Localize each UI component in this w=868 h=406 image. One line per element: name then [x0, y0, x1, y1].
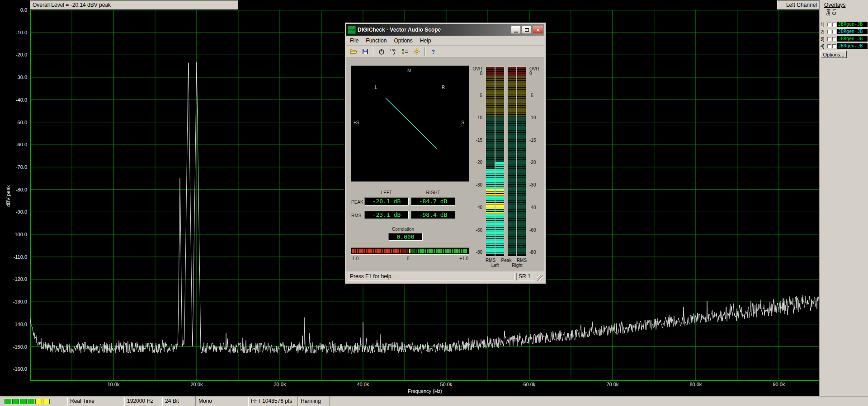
open-file-button[interactable]: [348, 47, 359, 56]
meter-led-segment: [486, 106, 495, 107]
menu-options[interactable]: Options: [390, 37, 416, 45]
meter-led-segment: [495, 205, 504, 207]
meter-scale-label: -20: [476, 160, 482, 165]
meter-led-segment: [517, 70, 526, 71]
meter-led-segment: [495, 232, 504, 234]
meter-led-segment: [508, 185, 516, 187]
options-button[interactable]: Options...: [821, 51, 847, 58]
meter-led-segment: [517, 232, 526, 234]
correlation-segment: [400, 249, 401, 253]
meter-led-segment: [495, 117, 504, 119]
meter-setup-button[interactable]: [400, 47, 410, 56]
meter-led-segment: [508, 221, 516, 223]
scope-label-plus-s: +S: [354, 120, 359, 125]
meter-led-segment: [508, 155, 516, 157]
overlay-index: 4]: [821, 44, 826, 49]
meter-led-segment: [517, 194, 526, 196]
meter-led-segment: [486, 194, 495, 196]
meter-led-segment: [486, 70, 495, 71]
meter-led-segment: [495, 90, 504, 92]
y-tick-label: -80.0: [0, 187, 27, 192]
meter-led-segment: [508, 85, 516, 87]
window-titlebar[interactable]: DSP DIGICheck - Vector Audio Scope ×: [346, 24, 544, 36]
x-tick-label: 50.0k: [435, 382, 457, 387]
brightness-button[interactable]: [411, 47, 422, 56]
correlation-segment: [393, 249, 395, 253]
digicheck-window[interactable]: DSP DIGICheck - Vector Audio Scope × Fil…: [344, 22, 546, 284]
menu-function[interactable]: Function: [362, 37, 390, 45]
peak-left-readout: -20.1 dB: [364, 197, 409, 205]
meter-led-segment: [486, 223, 495, 225]
level-meter-peak-left: [495, 67, 504, 256]
meter-led-segment: [486, 81, 495, 83]
meter-led-segment: [517, 72, 526, 74]
correlation-segment: [386, 249, 388, 253]
meter-led-segment: [495, 194, 504, 196]
status-section: 24 Bit: [162, 397, 195, 406]
meter-led-segment: [517, 142, 526, 144]
meter-led-segment: [517, 182, 526, 184]
overlay-set-checkbox[interactable]: [827, 37, 831, 41]
menu-bar: File Function Options Help: [346, 36, 544, 46]
help-button[interactable]: ?: [428, 47, 439, 56]
correlation-segment: [397, 249, 399, 253]
x-tick-label: 90.0k: [768, 382, 790, 387]
y-tick-label: -130.0: [0, 299, 27, 304]
menu-help[interactable]: Help: [416, 37, 435, 45]
meter-led-segment: [495, 169, 504, 171]
meter-led-segment: [495, 92, 504, 94]
correlation-segment: [456, 249, 458, 253]
correlation-segment: [413, 249, 415, 253]
meter-led-segment: [486, 187, 495, 189]
overlay-row: 3]JBRgen-JB: [821, 35, 868, 42]
correlation-segment: [422, 249, 424, 253]
meter-led-segment: [495, 101, 504, 103]
meter-label-rms-right: RMS: [516, 258, 528, 263]
meter-led-segment: [508, 153, 516, 155]
overlay-row: 4]JBRgen-JB: [821, 42, 868, 50]
status-section: Mono: [195, 397, 248, 406]
overlay-on-checkbox[interactable]: [832, 37, 836, 41]
overlays-title: Overlays: [824, 2, 845, 8]
meter-led-segment: [508, 103, 516, 105]
meter-led-segment: [495, 160, 504, 162]
resize-grip[interactable]: [537, 275, 543, 281]
meter-led-segment: [517, 216, 526, 218]
meter-led-segment: [495, 115, 504, 117]
function-select-button[interactable]: FNC: [388, 47, 399, 56]
meter-led-segment: [517, 112, 526, 114]
minimize-button[interactable]: [511, 26, 521, 34]
close-button[interactable]: ×: [533, 26, 543, 34]
sun-icon: [413, 48, 420, 55]
meter-led-segment: [495, 140, 504, 141]
meter-led-segment: [495, 126, 504, 128]
maximize-button[interactable]: [522, 26, 532, 34]
meter-led-segment: [495, 216, 504, 218]
meter-led-segment: [486, 180, 495, 182]
menu-file[interactable]: File: [346, 37, 362, 45]
overlay-on-checkbox[interactable]: [832, 23, 836, 27]
meter-led-segment: [495, 201, 504, 202]
meter-led-segment: [508, 142, 516, 144]
meter-led-segment: [517, 151, 526, 153]
meter-led-segment: [486, 171, 495, 173]
meter-led-segment: [486, 108, 495, 110]
save-button[interactable]: [360, 47, 371, 56]
power-button[interactable]: [376, 47, 387, 56]
meter-led-segment: [486, 72, 495, 74]
correlation-segment: [452, 249, 453, 253]
meter-led-segment: [508, 164, 516, 166]
scope-label-right: R: [442, 85, 445, 90]
meter-led-segment: [517, 243, 526, 245]
overlay-set-checkbox[interactable]: [827, 44, 831, 48]
meter-led-segment: [517, 248, 526, 250]
overlay-on-checkbox[interactable]: [832, 30, 836, 34]
overlay-set-checkbox[interactable]: [827, 23, 831, 27]
meter-led-segment: [495, 210, 504, 211]
overlay-on-checkbox[interactable]: [832, 44, 836, 48]
correlation-segment: [391, 249, 392, 253]
overlay-set-checkbox[interactable]: [827, 30, 831, 34]
correlation-segment: [436, 249, 438, 253]
y-tick-label: -60.0: [0, 142, 27, 147]
meter-led-segment: [486, 178, 495, 180]
